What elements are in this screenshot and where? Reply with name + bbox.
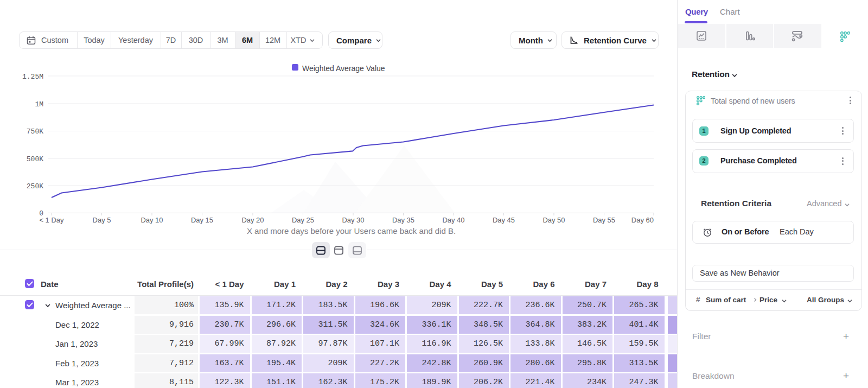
svg-text:Day 5: Day 5: [93, 216, 111, 224]
svg-text:Day 15: Day 15: [191, 216, 213, 224]
svg-text:500K: 500K: [27, 155, 43, 163]
svg-text:250K: 250K: [27, 182, 43, 190]
svg-text:Day 55: Day 55: [593, 216, 615, 224]
svg-text:Day 25: Day 25: [292, 216, 314, 224]
svg-text:Day 10: Day 10: [141, 216, 163, 224]
svg-text:Day 45: Day 45: [493, 216, 515, 224]
svg-text:1.25M: 1.25M: [22, 73, 43, 81]
svg-text:1M: 1M: [35, 100, 43, 109]
svg-text:750K: 750K: [27, 128, 43, 136]
svg-text:Day 40: Day 40: [442, 216, 464, 224]
svg-text:Day 20: Day 20: [241, 216, 264, 224]
svg-text:Day 60: Day 60: [631, 216, 654, 224]
svg-text:Day 50: Day 50: [542, 216, 565, 224]
svg-text:Day 30: Day 30: [342, 216, 364, 224]
svg-text:Day 35: Day 35: [392, 216, 414, 224]
svg-text:< 1 Day: < 1 Day: [39, 216, 64, 224]
